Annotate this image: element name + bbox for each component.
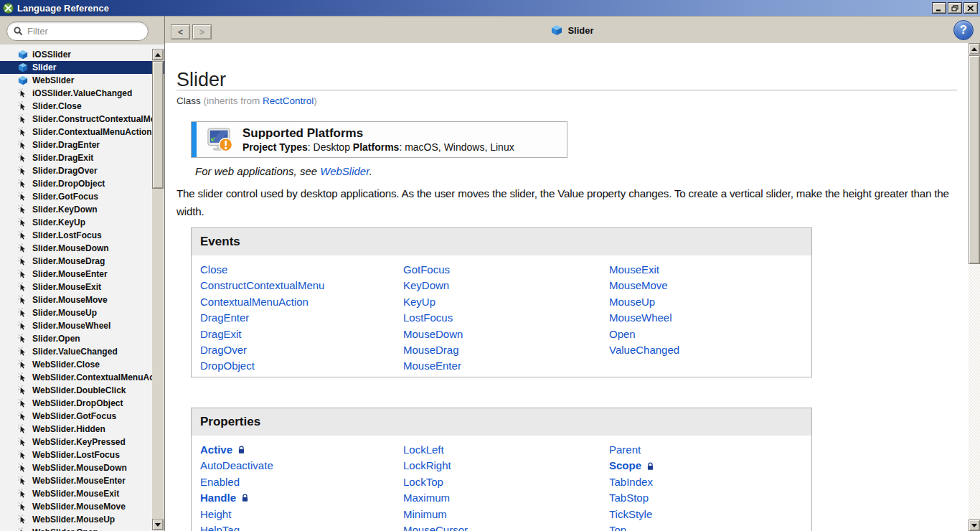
sidebar-item-webslider.keypressed[interactable]: WebSlider.KeyPressed — [0, 436, 164, 448]
sidebar-item-slider.contextualmenuaction[interactable]: Slider.ContextualMenuAction — [0, 126, 164, 138]
link-autodeactivate[interactable]: AutoDeactivate — [200, 458, 403, 474]
link-constructcontextualmenu[interactable]: ConstructContextualMenu — [200, 278, 403, 293]
sidebar-item-webslider.mousedown[interactable]: WebSlider.MouseDown — [0, 461, 164, 474]
scroll-down-button[interactable] — [969, 520, 980, 531]
sidebar-item-slider[interactable]: Slider — [0, 61, 164, 74]
sidebar-item-webslider.lostfocus[interactable]: WebSlider.LostFocus — [0, 448, 164, 461]
restore-button[interactable] — [948, 2, 962, 14]
sidebar-item-webslider.contextualmenuac...[interactable]: WebSlider.ContextualMenuAc... — [0, 371, 164, 384]
link-mouseexit[interactable]: MouseExit — [609, 262, 679, 278]
sidebar-item-webslider.doubleclick[interactable]: WebSlider.DoubleClick — [0, 384, 164, 397]
event-cursor-icon — [18, 527, 28, 531]
link-top[interactable]: Top — [609, 522, 654, 531]
link-mouseenter[interactable]: MouseEnter — [403, 358, 609, 374]
sidebar-item-slider.keyup[interactable]: Slider.KeyUp — [0, 216, 164, 229]
filter-box[interactable] — [6, 22, 149, 41]
link-enabled[interactable]: Enabled — [200, 474, 403, 490]
close-button[interactable] — [963, 2, 978, 14]
link-height[interactable]: Height — [200, 507, 403, 522]
sidebar-item-slider.valuechanged[interactable]: Slider.ValueChanged — [0, 345, 164, 358]
link-dragexit[interactable]: DragExit — [200, 326, 403, 342]
sidebar-item-slider.gotfocus[interactable]: Slider.GotFocus — [0, 190, 164, 203]
link-dragenter[interactable]: DragEnter — [200, 310, 403, 326]
sidebar-item-webslider[interactable]: WebSlider — [0, 74, 164, 87]
sidebar-item-slider.mousedown[interactable]: Slider.MouseDown — [0, 242, 164, 255]
link-tabstop[interactable]: TabStop — [609, 490, 654, 506]
link-maximum[interactable]: Maximum — [403, 490, 609, 506]
sidebar-item-slider.keydown[interactable]: Slider.KeyDown — [0, 203, 164, 216]
sidebar-item-slider.dragenter[interactable]: Slider.DragEnter — [0, 138, 164, 151]
sidebar-item-slider.dragexit[interactable]: Slider.DragExit — [0, 151, 164, 164]
link-lostfocus[interactable]: LostFocus — [403, 310, 609, 326]
link-tabindex[interactable]: TabIndex — [609, 474, 654, 490]
link-scope[interactable]: Scope — [609, 458, 654, 474]
sidebar-item-webslider.mouseexit[interactable]: WebSlider.MouseExit — [0, 487, 164, 500]
sidebar-item-webslider.open[interactable]: WebSlider.Open — [0, 526, 164, 531]
sidebar-item-slider.close[interactable]: Slider.Close — [0, 100, 164, 113]
sidebar-item-slider.mousedrag[interactable]: Slider.MouseDrag — [0, 255, 164, 268]
event-cursor-icon — [18, 205, 28, 215]
link-lockleft[interactable]: LockLeft — [403, 442, 609, 458]
subtitle-paren: ) — [314, 95, 317, 106]
scroll-up-button[interactable] — [152, 49, 164, 60]
link-mousewheel[interactable]: MouseWheel — [609, 310, 679, 326]
link-contextualmenuaction[interactable]: ContextualMenuAction — [200, 294, 403, 310]
sidebar-item-slider.mouseup[interactable]: Slider.MouseUp — [0, 306, 164, 319]
link-keyup[interactable]: KeyUp — [403, 294, 609, 310]
link-close[interactable]: Close — [200, 262, 403, 278]
link-locktop[interactable]: LockTop — [403, 474, 609, 490]
event-cursor-icon — [18, 269, 28, 279]
sidebar-item-slider.constructcontextualme...[interactable]: Slider.ConstructContextualMe... — [0, 113, 164, 126]
link-valuechanged[interactable]: ValueChanged — [609, 342, 679, 358]
sidebar-item-slider.dragover[interactable]: Slider.DragOver — [0, 164, 164, 177]
link-gotfocus[interactable]: GotFocus — [403, 262, 609, 278]
event-cursor-icon — [18, 514, 28, 525]
sidebar-item-slider.dropobject[interactable]: Slider.DropObject — [0, 177, 164, 190]
sidebar-item-webslider.mouseenter[interactable]: WebSlider.MouseEnter — [0, 474, 164, 487]
sidebar-scrollbar[interactable] — [152, 49, 164, 530]
sidebar-item-slider.lostfocus[interactable]: Slider.LostFocus — [0, 229, 164, 242]
sidebar-item-webslider.close[interactable]: WebSlider.Close — [0, 358, 164, 371]
sidebar-item-slider.open[interactable]: Slider.Open — [0, 332, 164, 345]
event-cursor-icon — [18, 360, 28, 370]
link-tickstyle[interactable]: TickStyle — [609, 507, 654, 522]
link-open[interactable]: Open — [609, 326, 679, 342]
sidebar-item-webslider.mouseup[interactable]: WebSlider.MouseUp — [0, 513, 164, 526]
sidebar-item-label: Slider.DragOver — [32, 166, 98, 176]
link-mousedown[interactable]: MouseDown — [403, 326, 609, 342]
link-mousedrag[interactable]: MouseDrag — [403, 342, 609, 358]
help-button[interactable]: ? — [953, 20, 974, 40]
link-rectcontrol[interactable]: RectControl — [263, 95, 314, 106]
link-active[interactable]: Active — [200, 442, 403, 458]
scrollbar-thumb[interactable] — [969, 55, 980, 264]
scrollbar-thumb[interactable] — [152, 61, 164, 189]
sidebar-item-slider.mouseenter[interactable]: Slider.MouseEnter — [0, 268, 164, 281]
sidebar-item-webslider.mousemove[interactable]: WebSlider.MouseMove — [0, 500, 164, 513]
scroll-up-button[interactable] — [969, 43, 980, 55]
content-scrollbar[interactable] — [969, 43, 980, 531]
sidebar-item-iosslider[interactable]: iOSSlider — [0, 48, 164, 61]
link-parent[interactable]: Parent — [609, 442, 654, 458]
link-mousecursor[interactable]: MouseCursor — [403, 522, 609, 531]
link-minimum[interactable]: Minimum — [403, 507, 609, 522]
sidebar-item-iosslider.valuechanged[interactable]: iOSSlider.ValueChanged — [0, 87, 164, 100]
link-helptag[interactable]: HelpTag — [200, 522, 403, 531]
scroll-down-button[interactable] — [152, 519, 164, 530]
subtitle-inherits-text: (inherits from — [204, 95, 260, 106]
link-dragover[interactable]: DragOver — [200, 342, 403, 358]
link-mouseup[interactable]: MouseUp — [609, 294, 679, 310]
sidebar-item-webslider.hidden[interactable]: WebSlider.Hidden — [0, 423, 164, 436]
link-keydown[interactable]: KeyDown — [403, 278, 609, 293]
link-webslider[interactable]: WebSlider — [320, 165, 369, 177]
sidebar-item-webslider.gotfocus[interactable]: WebSlider.GotFocus — [0, 410, 164, 423]
link-handle[interactable]: Handle — [200, 490, 403, 506]
minimize-button[interactable] — [932, 2, 946, 14]
sidebar-item-slider.mousemove[interactable]: Slider.MouseMove — [0, 293, 164, 306]
link-dropobject[interactable]: DropObject — [200, 358, 403, 374]
filter-input[interactable] — [27, 26, 135, 37]
sidebar-item-webslider.dropobject[interactable]: WebSlider.DropObject — [0, 397, 164, 410]
sidebar-item-slider.mousewheel[interactable]: Slider.MouseWheel — [0, 319, 164, 332]
link-mousemove[interactable]: MouseMove — [609, 278, 679, 293]
sidebar-item-slider.mouseexit[interactable]: Slider.MouseExit — [0, 281, 164, 293]
link-lockright[interactable]: LockRight — [403, 458, 609, 474]
